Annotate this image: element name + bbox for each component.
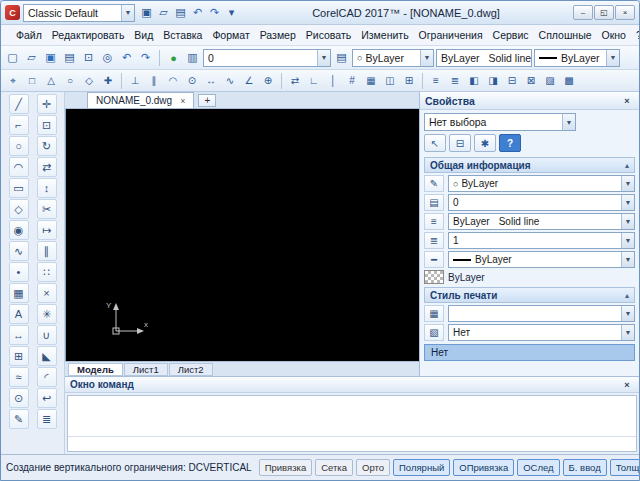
- close-panel-icon[interactable]: ×: [620, 94, 634, 107]
- layer-select[interactable]: 0 ▼: [203, 49, 331, 67]
- properties-painter-icon[interactable]: ≡: [427, 72, 445, 89]
- zoom-icon[interactable]: ◎: [99, 49, 116, 66]
- menu-format[interactable]: Формат: [207, 27, 254, 44]
- save-icon[interactable]: ▣: [138, 4, 155, 21]
- dimension-tool-icon[interactable]: ↔: [9, 325, 29, 345]
- select-entities-icon[interactable]: ↖: [424, 134, 446, 152]
- menu-edit[interactable]: Редактировать: [47, 27, 130, 44]
- print-style-select[interactable]: ▼: [448, 305, 635, 322]
- extension-snap-icon[interactable]: ↔: [202, 72, 220, 89]
- print-style-section-header[interactable]: Стиль печати ▴: [424, 287, 635, 303]
- perpendicular-snap-icon[interactable]: ⊥: [126, 72, 144, 89]
- snap-mode-icon[interactable]: ▦: [362, 72, 380, 89]
- undo-icon[interactable]: ↶: [189, 4, 206, 21]
- menu-insert[interactable]: Вставка: [158, 27, 207, 44]
- rectangle-tool-icon[interactable]: ▭: [9, 178, 29, 198]
- new-file-icon[interactable]: ▢: [4, 49, 21, 66]
- drawing-canvas[interactable]: Y x: [65, 109, 419, 361]
- menu-constraints[interactable]: Ограничения: [414, 27, 488, 44]
- intersection-snap-icon[interactable]: ✚: [99, 72, 117, 89]
- endpoint-snap-icon[interactable]: □: [23, 72, 41, 89]
- menu-draw[interactable]: Рисовать: [301, 27, 356, 44]
- explode-tool-icon[interactable]: ✳: [37, 304, 57, 324]
- grid-toggle-button[interactable]: Сетка: [315, 459, 353, 476]
- minimize-button[interactable]: –: [573, 5, 593, 20]
- menu-solids[interactable]: Сплошные: [534, 27, 597, 44]
- customize-icon[interactable]: ✱: [474, 134, 496, 152]
- print-preview-icon[interactable]: ⊡: [80, 49, 97, 66]
- rotate-tool-icon[interactable]: ↻: [37, 136, 57, 156]
- command-input[interactable]: [68, 436, 636, 451]
- polar-tracking-icon[interactable]: ∟: [305, 72, 323, 89]
- quick-select-icon[interactable]: ⊟: [449, 134, 471, 152]
- menu-modify[interactable]: Изменить: [356, 27, 413, 44]
- menu-dimension[interactable]: Размер: [255, 27, 301, 44]
- parallel-snap-icon[interactable]: ∥: [145, 72, 163, 89]
- make-layer-current-icon[interactable]: ●: [165, 49, 182, 66]
- properties-tool-icon[interactable]: ≣: [37, 409, 57, 429]
- layer-states-icon[interactable]: ▥: [184, 49, 201, 66]
- line-weight-select[interactable]: ByLayer ▼: [534, 49, 620, 67]
- restore-button[interactable]: ◱: [594, 5, 614, 20]
- prop-linescale-select[interactable]: 1 ▼: [448, 232, 635, 249]
- nearest-snap-icon[interactable]: ∿: [221, 72, 239, 89]
- freeze-layer-icon[interactable]: ⊟: [503, 72, 521, 89]
- save-icon[interactable]: ▣: [42, 49, 59, 66]
- grid-display-icon[interactable]: #: [343, 72, 361, 89]
- scale-tool-icon[interactable]: ↕: [37, 178, 57, 198]
- chamfer-tool-icon[interactable]: ◣: [37, 346, 57, 366]
- new-document-tab-button[interactable]: +: [198, 94, 216, 107]
- dynamic-input-icon[interactable]: ◫: [381, 72, 399, 89]
- print-style-table-select[interactable]: Нет ▼: [448, 324, 635, 341]
- angle-snap-icon[interactable]: ∠: [240, 72, 258, 89]
- spline-tool-icon[interactable]: ∿: [9, 241, 29, 261]
- revision-cloud-tool-icon[interactable]: ≈: [9, 367, 29, 387]
- entity-color-icon[interactable]: ▨: [541, 72, 559, 89]
- workspace-select[interactable]: Classic Default ▼: [23, 4, 135, 22]
- midpoint-snap-icon[interactable]: △: [42, 72, 60, 89]
- esnap-settings-icon[interactable]: ⌖: [4, 72, 22, 89]
- close-tab-icon[interactable]: ×: [180, 96, 185, 106]
- snap-toggle-button[interactable]: Привязка: [259, 459, 313, 476]
- trim-tool-icon[interactable]: ✂: [37, 199, 57, 219]
- open-file-icon[interactable]: ▱: [23, 49, 40, 66]
- undo-icon[interactable]: ↶: [118, 49, 135, 66]
- polar-toggle-button[interactable]: Полярный: [393, 459, 450, 476]
- ortho-mode-icon[interactable]: │: [324, 72, 342, 89]
- sketch-tool-icon[interactable]: ✎: [9, 409, 29, 429]
- text-tool-icon[interactable]: A: [9, 304, 29, 324]
- prop-layer-select[interactable]: 0 ▼: [448, 194, 635, 211]
- redo-icon[interactable]: ↷: [137, 49, 154, 66]
- fillet-tool-icon[interactable]: ◜: [37, 367, 57, 387]
- prop-lineweight-select[interactable]: ByLayer ▼: [448, 251, 635, 268]
- quick-access-menu-icon[interactable]: ▾: [223, 4, 240, 21]
- line-style-select[interactable]: ByLayer Solid line ▼: [436, 49, 532, 67]
- center-snap-icon[interactable]: ○: [61, 72, 79, 89]
- point-tool-icon[interactable]: •: [9, 262, 29, 282]
- donut-tool-icon[interactable]: ⊙: [9, 388, 29, 408]
- tab-model[interactable]: Модель: [68, 363, 123, 376]
- arc-tool-icon[interactable]: ◠: [9, 157, 29, 177]
- print-style-selected-item[interactable]: Нет: [424, 344, 635, 361]
- prop-color-select[interactable]: ○ ByLayer ▼: [448, 175, 635, 192]
- undo-mark-tool-icon[interactable]: ↩: [37, 388, 57, 408]
- move-tool-icon[interactable]: ✛: [37, 94, 57, 114]
- polyline-tool-icon[interactable]: ⌐: [9, 115, 29, 135]
- stretch-tool-icon[interactable]: ↦: [37, 220, 57, 240]
- offset-tool-icon[interactable]: ∥: [37, 241, 57, 261]
- open-file-icon[interactable]: ▱: [155, 4, 172, 21]
- gravity-center-snap-icon[interactable]: ⊕: [259, 72, 277, 89]
- redo-icon[interactable]: ↷: [206, 4, 223, 21]
- entity-transparency-icon[interactable]: ▩: [560, 72, 578, 89]
- general-section-header[interactable]: Общая информация ▴: [424, 157, 635, 173]
- menu-help[interactable]: ?: [631, 27, 639, 44]
- close-panel-icon[interactable]: ×: [620, 378, 634, 391]
- layer-isolate-icon[interactable]: ◨: [484, 72, 502, 89]
- dynamic-input-toggle-button[interactable]: Б. ввод: [563, 459, 607, 476]
- ortho-toggle-button[interactable]: Орто: [356, 459, 390, 476]
- entity-tracking-icon[interactable]: ⇄: [286, 72, 304, 89]
- table-tool-icon[interactable]: ⊞: [9, 346, 29, 366]
- close-button[interactable]: ×: [615, 5, 635, 20]
- help-icon[interactable]: ?: [499, 134, 521, 152]
- etrack-toggle-button[interactable]: ОСлед: [517, 459, 559, 476]
